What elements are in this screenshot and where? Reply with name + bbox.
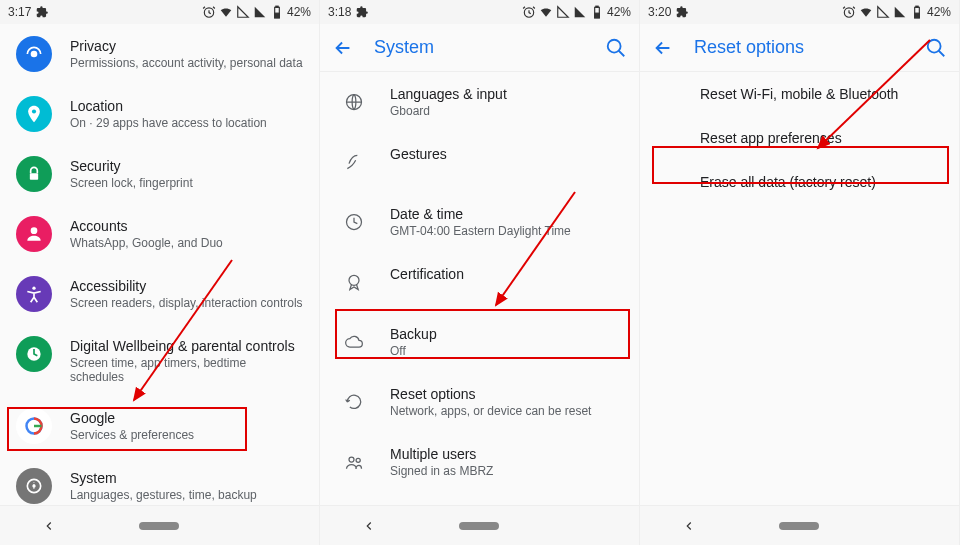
system-item-backup[interactable]: BackupOff bbox=[320, 312, 639, 372]
svg-point-33 bbox=[928, 39, 941, 52]
item-title: Backup bbox=[390, 326, 623, 342]
cert-icon bbox=[336, 264, 372, 300]
gestures-icon bbox=[336, 144, 372, 180]
system-icon: i bbox=[16, 468, 52, 504]
svg-point-8 bbox=[32, 287, 35, 290]
clock-icon bbox=[336, 204, 372, 240]
status-time: 3:20 bbox=[648, 5, 671, 19]
reset-item-resetapp[interactable]: Reset app preferences bbox=[640, 116, 959, 160]
nav-bar bbox=[640, 505, 959, 545]
nav-bar bbox=[0, 505, 319, 545]
settings-item-google[interactable]: GoogleServices & preferences bbox=[0, 396, 319, 456]
item-subtitle: Screen lock, fingerprint bbox=[70, 176, 303, 190]
back-icon[interactable] bbox=[332, 37, 354, 59]
item-title: Digital Wellbeing & parental controls bbox=[70, 338, 303, 354]
signal-icon bbox=[236, 5, 250, 19]
status-bar: 3:18 42% bbox=[320, 0, 639, 24]
system-item-gestures[interactable]: Gestures bbox=[320, 132, 639, 192]
settings-list: PrivacyPermissions, account activity, pe… bbox=[0, 24, 319, 505]
svg-point-21 bbox=[608, 39, 621, 52]
system-item-certification[interactable]: Certification bbox=[320, 252, 639, 312]
signal-icon-2 bbox=[573, 5, 587, 19]
back-icon[interactable] bbox=[652, 37, 674, 59]
settings-item-accessibility[interactable]: AccessibilityScreen readers, display, in… bbox=[0, 264, 319, 324]
alarm-icon bbox=[522, 5, 536, 19]
settings-item-accounts[interactable]: AccountsWhatsApp, Google, and Duo bbox=[0, 204, 319, 264]
screen-2: 3:18 42% System Languages & inputGboardG… bbox=[320, 0, 640, 545]
battery-pct: 42% bbox=[927, 5, 951, 19]
item-subtitle: Gboard bbox=[390, 104, 623, 118]
svg-text:i: i bbox=[33, 481, 35, 491]
item-title: Languages & input bbox=[390, 86, 623, 102]
puzzle-icon bbox=[35, 5, 49, 19]
nav-home-pill[interactable] bbox=[459, 522, 499, 530]
screen-1: 3:17 42% PrivacyPermissions, account act… bbox=[0, 0, 320, 545]
security-icon bbox=[16, 156, 52, 192]
settings-item-privacy[interactable]: PrivacyPermissions, account activity, pe… bbox=[0, 24, 319, 84]
status-time: 3:17 bbox=[8, 5, 31, 19]
system-item-languages[interactable]: Languages & inputGboard bbox=[320, 72, 639, 132]
puzzle-icon bbox=[675, 5, 689, 19]
svg-rect-19 bbox=[596, 6, 598, 7]
users-icon bbox=[336, 444, 372, 480]
reset-icon bbox=[336, 384, 372, 420]
screen-3: 3:20 42% Reset options Reset Wi-Fi, mobi… bbox=[640, 0, 960, 545]
system-item-update[interactable]: System updateUpdated to Android 10 bbox=[320, 492, 639, 505]
item-title: Security bbox=[70, 158, 303, 174]
item-title: Google bbox=[70, 410, 303, 426]
system-item-reset[interactable]: Reset optionsNetwork, apps, or device ca… bbox=[320, 372, 639, 432]
item-subtitle: Screen readers, display, interaction con… bbox=[70, 296, 303, 310]
item-subtitle: WhatsApp, Google, and Duo bbox=[70, 236, 303, 250]
search-icon[interactable] bbox=[925, 37, 947, 59]
nav-home-pill[interactable] bbox=[139, 522, 179, 530]
signal-icon-2 bbox=[253, 5, 267, 19]
svg-point-7 bbox=[31, 227, 38, 234]
system-item-datetime[interactable]: Date & timeGMT-04:00 Eastern Daylight Ti… bbox=[320, 192, 639, 252]
system-list: Languages & inputGboardGesturesDate & ti… bbox=[320, 72, 639, 505]
item-title: Gestures bbox=[390, 146, 623, 162]
svg-rect-2 bbox=[276, 6, 278, 7]
item-subtitle: Services & preferences bbox=[70, 428, 303, 442]
item-title: Certification bbox=[390, 266, 623, 282]
item-subtitle: Languages, gestures, time, backup bbox=[70, 488, 303, 502]
wifi-icon bbox=[219, 5, 233, 19]
google-icon bbox=[16, 408, 52, 444]
item-subtitle: Off bbox=[390, 344, 623, 358]
settings-item-security[interactable]: SecurityScreen lock, fingerprint bbox=[0, 144, 319, 204]
battery-pct: 42% bbox=[607, 5, 631, 19]
battery-pct: 42% bbox=[287, 5, 311, 19]
reset-item-erase[interactable]: Erase all data (factory reset) bbox=[640, 160, 959, 204]
svg-point-25 bbox=[349, 457, 354, 462]
settings-item-location[interactable]: LocationOn · 29 apps have access to loca… bbox=[0, 84, 319, 144]
nav-back-icon[interactable] bbox=[682, 519, 696, 533]
location-icon bbox=[16, 96, 52, 132]
page-title: System bbox=[374, 37, 605, 58]
search-icon[interactable] bbox=[605, 37, 627, 59]
alarm-icon bbox=[202, 5, 216, 19]
item-title: Multiple users bbox=[390, 446, 623, 462]
svg-point-26 bbox=[356, 458, 360, 462]
svg-point-5 bbox=[32, 109, 36, 113]
wifi-icon bbox=[539, 5, 553, 19]
system-item-multiusers[interactable]: Multiple usersSigned in as MBRZ bbox=[320, 432, 639, 492]
signal-icon bbox=[876, 5, 890, 19]
svg-rect-6 bbox=[30, 173, 38, 180]
nav-back-icon[interactable] bbox=[42, 519, 56, 533]
item-subtitle: Signed in as MBRZ bbox=[390, 464, 623, 478]
item-title: Date & time bbox=[390, 206, 623, 222]
battery-icon bbox=[910, 5, 924, 19]
item-subtitle: Permissions, account activity, personal … bbox=[70, 56, 303, 70]
item-title: Location bbox=[70, 98, 303, 114]
svg-point-24 bbox=[349, 275, 359, 285]
reset-item-resetwifi[interactable]: Reset Wi-Fi, mobile & Bluetooth bbox=[640, 72, 959, 116]
nav-back-icon[interactable] bbox=[362, 519, 376, 533]
puzzle-icon bbox=[355, 5, 369, 19]
reset-list: Reset Wi-Fi, mobile & BluetoothReset app… bbox=[640, 72, 959, 505]
status-bar: 3:20 42% bbox=[640, 0, 959, 24]
battery-icon bbox=[270, 5, 284, 19]
svg-rect-31 bbox=[916, 6, 918, 7]
nav-home-pill[interactable] bbox=[779, 522, 819, 530]
settings-item-system[interactable]: iSystemLanguages, gestures, time, backup bbox=[0, 456, 319, 505]
settings-item-wellbeing[interactable]: Digital Wellbeing & parental controlsScr… bbox=[0, 324, 319, 396]
nav-bar bbox=[320, 505, 639, 545]
